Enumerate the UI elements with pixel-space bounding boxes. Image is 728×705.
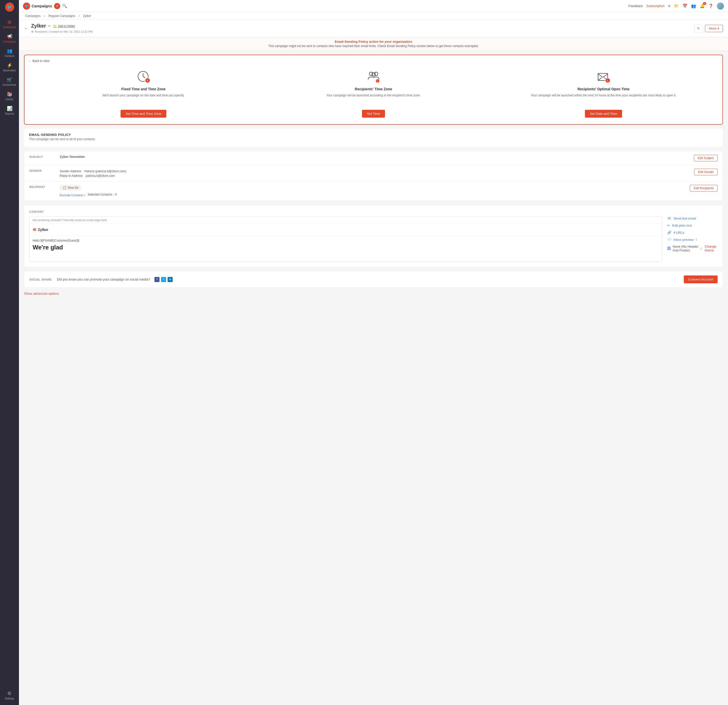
twitter-icon[interactable]: t <box>161 277 166 282</box>
linkedin-icon[interactable]: in <box>168 277 173 282</box>
optimal-time-title: Recipients' Optimal Open Time <box>494 87 714 91</box>
sidebar-item-dashboard[interactable]: ⊞ Dashboard <box>0 17 19 31</box>
search-icon[interactable]: 🔍 <box>62 4 67 8</box>
exclude-contacts-link[interactable]: Exclude Contacts ℹ <box>60 194 85 197</box>
content-label: CONTENT <box>29 210 718 213</box>
sidebar-item-label: Dashboard <box>3 26 16 29</box>
feedback-link[interactable]: Feedback <box>628 4 643 8</box>
campaign-reviewed: Reviewed | Created on Mar 10, 2021 12:22… <box>35 30 93 33</box>
sidebar-item-automation[interactable]: ⚡ Automation <box>0 60 19 74</box>
sidebar-item-label: Campaigns <box>3 40 16 43</box>
content-section: CONTENT Not rendering correctly? View th… <box>24 205 723 267</box>
notification-badge: 5 <box>703 2 706 5</box>
scrollable-content: Campaigns › Regular Campaigns › Zylker ←… <box>19 12 728 705</box>
notification-icon[interactable]: 🔔 5 <box>700 4 705 8</box>
email-policy-header: EMAIL-SENDING POLICY This campaign can b… <box>29 133 718 141</box>
schedule-section: ← Back to view ✓ Fixed Time and Time Zon… <box>24 55 723 125</box>
folder-icon[interactable]: 📁 <box>674 4 679 8</box>
add-folder-link[interactable]: 📁 Add to folder <box>53 24 75 28</box>
edit-sender-button[interactable]: Edit Sender <box>694 169 718 175</box>
sidebar-item-ecommerce[interactable]: 🛒 Ecommerce <box>0 74 19 89</box>
sidebar-item-reports[interactable]: 📊 Reports <box>0 103 19 118</box>
edit-recipients-button[interactable]: Edit Recipients <box>690 185 718 191</box>
sidebar: 🐦 ⊞ Dashboard 📢 Campaigns 👥 Contacts ⚡ A… <box>0 0 19 705</box>
sidebar-item-library[interactable]: 📚 Library <box>0 89 19 103</box>
back-to-view[interactable]: ← Back to view <box>29 59 718 63</box>
settings-icon: ⚙ <box>7 691 12 696</box>
email-policy-text: This campaign can be sent to all of your… <box>29 138 718 141</box>
breadcrumb-regular[interactable]: Regular Campaigns <box>48 14 75 18</box>
list-icon: 📋 <box>63 186 66 190</box>
edit-subject-button[interactable]: Edit Subject <box>694 155 718 161</box>
urls-link[interactable]: 🔗 4 URLs <box>667 230 718 235</box>
subject-value: Zylker Newsletter <box>60 155 694 159</box>
campaign-title: Zylker <box>31 23 46 29</box>
reviewed-dot: ● <box>31 29 34 34</box>
more-button[interactable]: More ▾ <box>705 25 723 32</box>
sidebar-item-settings[interactable]: ⚙ Settings <box>4 688 15 702</box>
sidebar-item-campaigns[interactable]: 📢 Campaigns <box>0 31 19 46</box>
sidebar-item-label: Reports <box>5 112 14 115</box>
help-icon[interactable]: ❓ <box>708 4 714 8</box>
svg-line-13 <box>598 78 602 80</box>
sidebar-item-label: Ecommerce <box>3 84 16 86</box>
sidebar-item-label: Library <box>6 98 13 101</box>
breadcrumb-campaigns[interactable]: Campaigns <box>25 14 41 18</box>
campaign-header-right: ↻ More ▾ <box>694 25 723 33</box>
sidebar-item-contacts[interactable]: 👥 Contacts <box>0 46 19 60</box>
reports-icon[interactable]: ≡ <box>668 4 670 8</box>
connect-account-button[interactable]: Connect Account <box>684 275 718 283</box>
set-time-button[interactable]: Set Time <box>362 110 385 118</box>
email-policy-title: EMAIL-SENDING POLICY <box>29 133 718 137</box>
topnav: 🐦 Campaigns + 🔍 Feedback Subscription ≡ … <box>19 0 728 12</box>
subscription-link[interactable]: Subscription <box>646 4 664 8</box>
dashboard-icon: ⊞ <box>7 19 12 25</box>
back-button[interactable]: ← <box>24 26 29 31</box>
set-date-time-button[interactable]: Set Date and Time <box>585 110 623 118</box>
refresh-button[interactable]: ↻ <box>694 25 702 33</box>
add-button[interactable]: + <box>54 3 60 9</box>
selected-contacts: Selected Contacts - 4 <box>87 193 117 196</box>
campaign-header-left: ← Zylker ✏ 📁 Add to folder ● Reviewed | … <box>24 23 92 34</box>
inbox-preview[interactable]: 📨 Inbox preview ℹ <box>667 237 718 242</box>
automation-icon: ⚡ <box>7 62 12 68</box>
inbox-info-icon: ℹ <box>696 238 697 241</box>
content-actions: 📧 Send test email ✏ Edit plain text 🔗 4 … <box>667 216 718 262</box>
topnav-right: Feedback Subscription ≡ 📁 📅 👥 🔔 5 ❓ <box>628 3 724 10</box>
team-icon[interactable]: 👥 <box>691 4 696 8</box>
optimal-time-desc: Your campaign will be launched within th… <box>494 93 714 106</box>
advanced-section: Show advanced options <box>19 292 728 301</box>
subject-section: SUBJECT Zylker Newsletter Edit Subject S… <box>24 151 723 201</box>
sidebar-logo[interactable]: 🐦 <box>5 3 14 12</box>
campaigns-icon: 📢 <box>7 34 12 39</box>
edit-title-icon[interactable]: ✏ <box>48 24 51 28</box>
change-theme-link[interactable]: Change theme <box>705 245 718 252</box>
svg-text:✓: ✓ <box>147 79 149 82</box>
urls-icon: 🔗 <box>667 230 672 235</box>
edit-plain-text[interactable]: ✏ Edit plain text <box>667 223 718 227</box>
email-preview: Not rendering correctly? View this email… <box>29 216 662 262</box>
email-policy-section: EMAIL-SENDING POLICY This campaign can b… <box>24 129 723 147</box>
optimal-time-icon: L <box>494 69 714 84</box>
info-icon-exclude: ℹ <box>84 194 85 197</box>
header-footer-icon: 🖼 <box>667 246 671 250</box>
zylker-logo-mark: ≋ <box>33 227 36 233</box>
edit-plain-icon: ✏ <box>667 223 670 227</box>
social-icons: f t in <box>155 277 173 282</box>
calendar-icon[interactable]: 📅 <box>683 4 688 8</box>
campaign-header: ← Zylker ✏ 📁 Add to folder ● Reviewed | … <box>19 20 728 37</box>
sidebar-settings-label: Settings <box>5 697 14 700</box>
sender-label: SENDER <box>29 169 60 172</box>
user-avatar[interactable] <box>717 3 724 10</box>
sidebar-item-label: Contacts <box>4 55 14 58</box>
folder-icon-small: 📁 <box>53 24 57 28</box>
sidebar-item-label: Automation <box>3 69 16 72</box>
sender-value: Sender Address Patricia (patricia.b@zilu… <box>60 169 694 178</box>
facebook-icon[interactable]: f <box>155 277 159 282</box>
show-advanced-link[interactable]: Show advanced options <box>24 292 59 295</box>
set-time-timezone-button[interactable]: Set Time and Time Zone <box>121 110 166 118</box>
recipient-action: Edit Recipients <box>690 185 718 191</box>
policy-banner: Email-Sending Policy active for your org… <box>19 37 728 51</box>
sender-row: SENDER Sender Address Patricia (patricia… <box>24 165 723 181</box>
send-test-email[interactable]: 📧 Send test email <box>667 216 718 220</box>
